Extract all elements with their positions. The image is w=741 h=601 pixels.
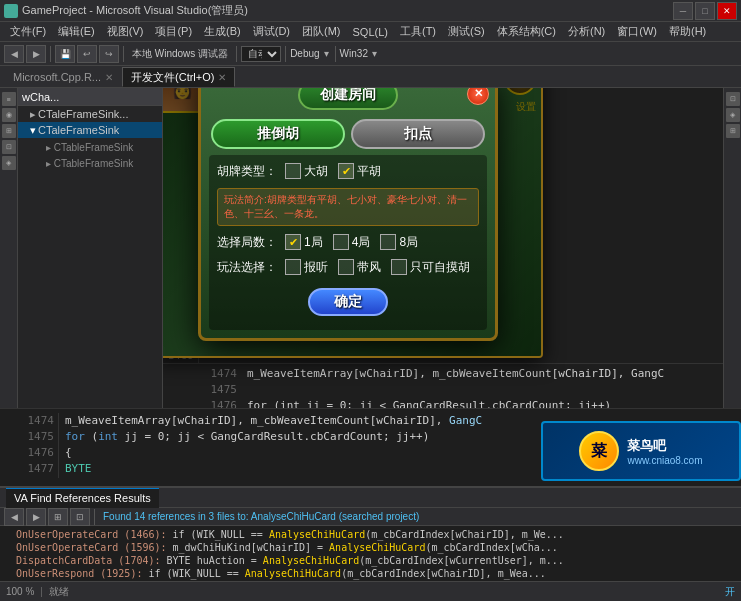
- menu-analyze[interactable]: 分析(N): [562, 24, 611, 39]
- code-lnum-block: 14741475147614771478: [4, 413, 59, 478]
- menu-view[interactable]: 视图(V): [101, 24, 150, 39]
- panel-btn-1[interactable]: ◀: [4, 508, 24, 526]
- panel-btn-3[interactable]: ⊞: [48, 508, 68, 526]
- tb-sep3: [236, 46, 237, 62]
- result-text-4: if (WIK_NULL ==: [148, 568, 244, 579]
- dahu-label: 大胡: [304, 163, 328, 180]
- toolbar-back[interactable]: ◀: [4, 45, 24, 63]
- menu-build[interactable]: 生成(B): [198, 24, 247, 39]
- sidebar-icon-3[interactable]: ⊞: [2, 124, 16, 138]
- result-highlight-1: AnalyseChiHuCard: [269, 529, 365, 540]
- result-item-4[interactable]: OnUserRespond (1925): if (WIK_NULL == An…: [4, 567, 737, 580]
- solution-item-label-2: CTaleFrameSink: [38, 124, 119, 136]
- solution-item-label-1: CTaleFrameSink...: [38, 108, 128, 120]
- menu-window[interactable]: 窗口(W): [611, 24, 663, 39]
- info-text-box: 玩法简介:胡牌类型有平胡、七小对、豪华七小对、清一色、十三幺、一条龙。: [217, 188, 479, 226]
- pinghu-checkbox[interactable]: ✔: [338, 163, 354, 179]
- toolbar-undo[interactable]: ↩: [77, 45, 97, 63]
- checkbox-dahu[interactable]: 大胡: [285, 163, 328, 180]
- sidebar-icon-5[interactable]: ◈: [2, 156, 16, 170]
- main-toolbar: ◀ ▶ 💾 ↩ ↪ 本地 Windows 调试器 自动 Debug ▾ Win3…: [0, 42, 741, 66]
- maximize-btn[interactable]: □: [695, 2, 715, 20]
- result-item-1[interactable]: OnUserOperateCard (1466): if (WIK_NULL =…: [4, 528, 737, 541]
- solution-panel: wCha... ▸ CTaleFrameSink... ▾ CTaleFrame…: [18, 88, 163, 408]
- checkbox-8round[interactable]: 8局: [380, 234, 418, 251]
- panel-tab-label: VA Find References Results: [14, 492, 151, 504]
- code-line-1474: m_WeaveItemArray[wChairID], m_cbWeaveIte…: [247, 366, 664, 382]
- dahu-checkbox[interactable]: [285, 163, 301, 179]
- result-file-1: OnUserOperateCard (1466):: [16, 529, 167, 540]
- menu-debug[interactable]: 调试(D): [247, 24, 296, 39]
- dialog-close-btn[interactable]: ✕: [467, 88, 489, 105]
- sidebar-icon-4[interactable]: ⊡: [2, 140, 16, 154]
- 1round-checkbox[interactable]: ✔: [285, 234, 301, 250]
- menu-project[interactable]: 项目(P): [149, 24, 198, 39]
- rounds-label: 选择局数：: [217, 234, 277, 251]
- 8round-checkbox[interactable]: [380, 234, 396, 250]
- menu-edit[interactable]: 编辑(E): [52, 24, 101, 39]
- result-item-3[interactable]: DispatchCardData (1704): BYTE huAction =…: [4, 554, 737, 567]
- watermark-logo-char: 菜: [591, 441, 607, 462]
- checkbox-daifeng[interactable]: 带风: [338, 259, 381, 276]
- solution-item-2[interactable]: ▾ CTaleFrameSink: [18, 122, 162, 138]
- 4round-checkbox[interactable]: [333, 234, 349, 250]
- toolbar-save[interactable]: 💾: [55, 45, 75, 63]
- tab-microsoft-cpp[interactable]: Microsoft.Cpp.R... ✕: [4, 67, 122, 87]
- solution-item-1[interactable]: ▸ CTaleFrameSink...: [18, 106, 162, 122]
- tb-sep2: [123, 46, 124, 62]
- dialog-body: 胡牌类型： 大胡 ✔ 平胡: [209, 155, 487, 330]
- sidebar-icon-1[interactable]: ≡: [2, 92, 16, 106]
- tab-koudian-label: 扣点: [404, 125, 432, 143]
- confirm-btn[interactable]: 确定: [308, 288, 388, 316]
- result-item-2[interactable]: OnUserOperateCard (1596): m_dwChiHuKind[…: [4, 541, 737, 554]
- info-text: 玩法简介:胡牌类型有平胡、七小对、豪华七小对、清一色、十三幺、一条龙。: [224, 193, 472, 221]
- dialog-title-area: 创建房间 ✕: [201, 88, 495, 113]
- panel-btn-4[interactable]: ⊡: [70, 508, 90, 526]
- panel-tab-va-find[interactable]: VA Find References Results: [6, 488, 159, 508]
- 1round-label: 1局: [304, 234, 323, 251]
- tab-tuidaohu-label: 推倒胡: [257, 125, 299, 143]
- platform-label: Win32: [340, 48, 368, 59]
- target-label: 本地 Windows 调试器: [132, 47, 228, 61]
- game-background: 👸 111111 ID: 000027 陈列到招牌搜 ⚙ 设置: [163, 88, 541, 356]
- menu-tools[interactable]: 工具(T): [394, 24, 442, 39]
- baoting-checkbox[interactable]: [285, 259, 301, 275]
- line-1475: 1475: [201, 382, 237, 398]
- zimohu-checkbox[interactable]: [391, 259, 407, 275]
- checkbox-zimohu[interactable]: 只可自摸胡: [391, 259, 470, 276]
- hu-type-options: 大胡 ✔ 平胡: [285, 163, 381, 180]
- menu-file[interactable]: 文件(F): [4, 24, 52, 39]
- right-sidebar-icon-1[interactable]: ⊡: [726, 92, 740, 106]
- tab-close-active-icon[interactable]: ✕: [218, 72, 226, 83]
- panel-btn-2[interactable]: ▶: [26, 508, 46, 526]
- tab-koudian[interactable]: 扣点: [351, 119, 485, 149]
- code-editor[interactable]: 1455145614571458145914601461146214631464…: [163, 88, 723, 408]
- solution-sub-2[interactable]: ▸ CTableFrameSink: [34, 156, 162, 172]
- menu-arch[interactable]: 体系结构(C): [491, 24, 562, 39]
- auto-combo[interactable]: 自动: [241, 46, 281, 62]
- tab-open-file[interactable]: 开发文件(Ctrl+O) ✕: [122, 67, 235, 87]
- solution-sub-1[interactable]: ▸ CTableFrameSink: [34, 140, 162, 156]
- menu-team[interactable]: 团队(M): [296, 24, 347, 39]
- checkbox-pinghu[interactable]: ✔ 平胡: [338, 163, 381, 180]
- tb-sep5: [335, 46, 336, 62]
- close-btn[interactable]: ✕: [717, 2, 737, 20]
- toolbar-redo[interactable]: ↪: [99, 45, 119, 63]
- menu-sql[interactable]: SQL(L): [347, 26, 394, 38]
- toolbar-forward[interactable]: ▶: [26, 45, 46, 63]
- 8round-label: 8局: [399, 234, 418, 251]
- menu-test[interactable]: 测试(S): [442, 24, 491, 39]
- dialog-title: 创建房间: [298, 88, 398, 110]
- tab-close-icon[interactable]: ✕: [105, 72, 113, 83]
- menu-help[interactable]: 帮助(H): [663, 24, 712, 39]
- minimize-btn[interactable]: ─: [673, 2, 693, 20]
- daifeng-checkbox[interactable]: [338, 259, 354, 275]
- checkbox-baoting[interactable]: 报听: [285, 259, 328, 276]
- sidebar-icon-2[interactable]: ◉: [2, 108, 16, 122]
- checkbox-4round[interactable]: 4局: [333, 234, 371, 251]
- result-text-3: BYTE huAction =: [167, 555, 263, 566]
- checkbox-1round[interactable]: ✔ 1局: [285, 234, 323, 251]
- tab-tuidaohu[interactable]: 推倒胡: [211, 119, 345, 149]
- right-sidebar-icon-3[interactable]: ⊞: [726, 124, 740, 138]
- right-sidebar-icon-2[interactable]: ◈: [726, 108, 740, 122]
